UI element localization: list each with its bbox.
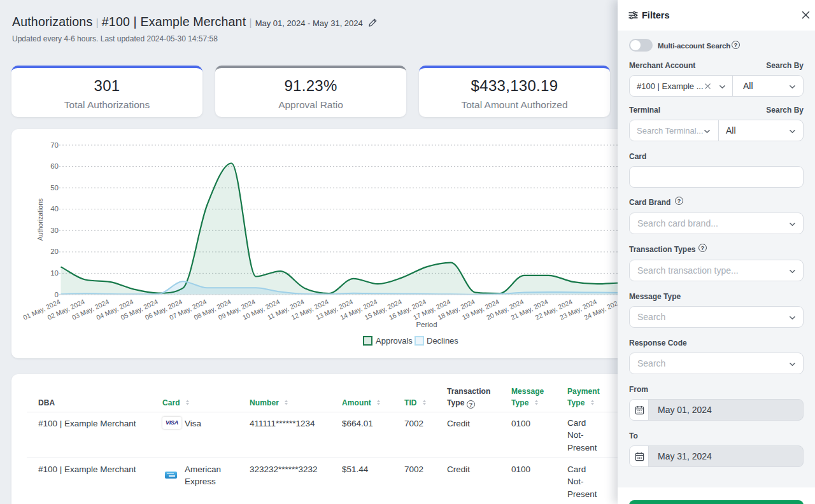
svg-text:0: 0	[55, 291, 59, 298]
svg-text:Authorizations: Authorizations	[36, 199, 44, 241]
svg-text:70: 70	[50, 141, 59, 149]
svg-text:50: 50	[50, 184, 59, 192]
svg-text:Approvals: Approvals	[376, 336, 413, 346]
svg-text:30: 30	[50, 227, 59, 234]
svg-text:10: 10	[50, 269, 59, 277]
svg-text:60: 60	[50, 162, 59, 170]
svg-text:Declines: Declines	[427, 336, 458, 346]
svg-text:40: 40	[50, 205, 59, 213]
svg-text:20: 20	[50, 248, 59, 255]
svg-text:Period: Period	[416, 321, 437, 328]
